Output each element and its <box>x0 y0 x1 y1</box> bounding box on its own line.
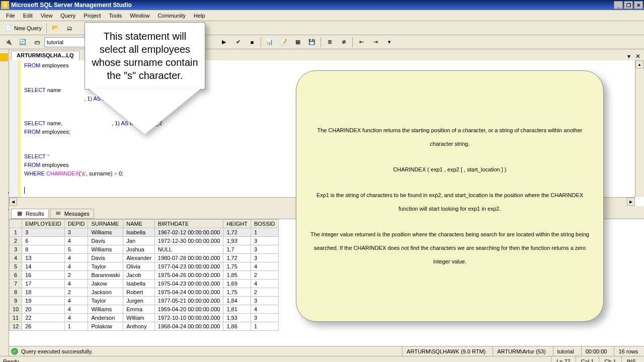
cell[interactable]: William <box>123 314 155 322</box>
messages-tab[interactable]: ✉Messages <box>50 209 94 219</box>
cell[interactable]: Polakow <box>88 322 123 331</box>
new-project-button[interactable]: 🗂 <box>63 23 76 34</box>
table-row[interactable]: 11224AndersonWilliam1972-10-10 00:00:00.… <box>10 314 279 322</box>
decrease-indent-button[interactable]: ⇤ <box>355 37 368 48</box>
close-button[interactable]: ✕ <box>634 1 643 9</box>
cancel-query-button[interactable]: ■ <box>246 37 259 48</box>
display-plan-button[interactable]: 📊 <box>263 37 276 48</box>
cell[interactable]: 18 <box>22 288 65 297</box>
cell[interactable]: NULL <box>154 245 223 254</box>
connect-button[interactable]: 🔌 <box>2 37 15 48</box>
cell[interactable]: Davis <box>88 237 123 245</box>
cell[interactable]: Davis <box>88 254 123 262</box>
tab-dropdown-button[interactable]: ▾ <box>625 52 633 60</box>
row-number[interactable]: 9 <box>10 297 22 305</box>
increase-indent-button[interactable]: ⇥ <box>369 37 382 48</box>
menu-project[interactable]: Project <box>79 11 105 20</box>
cell[interactable]: 13 <box>22 254 65 262</box>
cell[interactable]: Robert <box>123 288 155 297</box>
cell[interactable]: 26 <box>22 322 65 331</box>
cell[interactable]: Williams <box>88 305 123 314</box>
cell[interactable]: 1975-04-23 00:00:00.000 <box>154 280 223 288</box>
cell[interactable]: 2 <box>64 271 88 280</box>
cell[interactable]: 1,72 <box>223 228 251 237</box>
scroll-right-icon[interactable]: ▶ <box>627 198 635 206</box>
cell[interactable]: Taylor <box>88 262 123 271</box>
scroll-left-icon[interactable]: ◀ <box>9 198 17 206</box>
cell[interactable]: 3 <box>251 254 278 262</box>
table-row[interactable]: 264DavisJan1972-12-30 00:00:00.0001,933 <box>10 237 279 245</box>
parse-button[interactable]: ✔ <box>231 37 245 48</box>
cell[interactable]: 4 <box>64 254 88 262</box>
cell[interactable]: 1,7 <box>223 245 251 254</box>
query-tab[interactable]: ARTURM\SQLHA...LQ <box>11 51 79 61</box>
cell[interactable]: 4 <box>251 280 278 288</box>
cell[interactable]: 1,69 <box>223 280 251 288</box>
cell[interactable]: 1967-02-12 00:00:00.000 <box>154 228 223 237</box>
menu-view[interactable]: View <box>37 11 57 20</box>
cell[interactable]: 2 <box>64 288 88 297</box>
col-header[interactable]: HEIGHT <box>223 220 251 228</box>
row-number[interactable]: 4 <box>10 254 22 262</box>
tab-close-button[interactable]: ✕ <box>634 52 642 60</box>
cell[interactable]: 1,75 <box>223 288 251 297</box>
table-row[interactable]: 133WilliamsIsabella1967-02-12 00:00:00.0… <box>10 228 279 237</box>
cell[interactable]: 3 <box>64 228 88 237</box>
cell[interactable]: 4 <box>64 314 88 322</box>
cell[interactable]: 1,81 <box>223 305 251 314</box>
cell[interactable]: 4 <box>64 280 88 288</box>
menu-query[interactable]: Query <box>56 11 79 20</box>
menu-edit[interactable]: Edit <box>19 11 37 20</box>
scroll-up-icon[interactable]: ▲ <box>635 60 643 68</box>
cell[interactable]: 1972-10-10 00:00:00.000 <box>154 314 223 322</box>
cell[interactable]: 1,84 <box>223 297 251 305</box>
maximize-button[interactable]: ❐ <box>624 1 633 9</box>
cell[interactable]: Isabella <box>123 228 155 237</box>
cell[interactable]: 1,72 <box>223 254 251 262</box>
cell[interactable]: Isabella <box>123 280 155 288</box>
cell[interactable]: 4 <box>64 297 88 305</box>
col-header[interactable]: BOSSID <box>251 220 278 228</box>
col-header[interactable]: NAME <box>123 220 155 228</box>
cell[interactable]: 17 <box>22 280 65 288</box>
cell[interactable]: Williams <box>88 245 123 254</box>
editor-vscroll[interactable]: ▲ <box>635 60 644 197</box>
table-row[interactable]: 8182JacksonRobert1975-04-24 00:00:00.000… <box>10 288 279 297</box>
row-number[interactable]: 11 <box>10 314 22 322</box>
table-row[interactable]: 7174JakowIsabella1975-04-23 00:00:00.000… <box>10 280 279 288</box>
cell[interactable]: 1 <box>251 228 278 237</box>
cell[interactable]: 1959-04-20 00:00:00.000 <box>154 305 223 314</box>
cell[interactable]: Williams <box>88 228 123 237</box>
cell[interactable]: 1 <box>251 322 278 331</box>
cell[interactable]: 3 <box>251 297 278 305</box>
table-row[interactable]: 4134DavisAlexander1980-07-28 00:00:00.00… <box>10 254 279 262</box>
row-number[interactable]: 6 <box>10 271 22 280</box>
results-text-button[interactable]: 📝 <box>277 37 290 48</box>
row-number[interactable]: 2 <box>10 237 22 245</box>
col-header[interactable]: BIRTHDATE <box>154 220 223 228</box>
uncomment-button[interactable]: ≢ <box>337 37 350 48</box>
table-row[interactable]: 5144TaylorOlivia1977-04-23 00:00:00.0001… <box>10 262 279 271</box>
menu-window[interactable]: Window <box>126 11 153 20</box>
row-number[interactable]: 1 <box>10 228 22 237</box>
row-number[interactable]: 8 <box>10 288 22 297</box>
menu-tools[interactable]: Tools <box>105 11 126 20</box>
execute-button[interactable]: ▶ <box>217 37 230 48</box>
cell[interactable]: 5 <box>64 245 88 254</box>
cell[interactable]: 16 <box>22 271 65 280</box>
cell[interactable]: Jurgen <box>123 297 155 305</box>
col-header[interactable]: DEPID <box>64 220 88 228</box>
cell[interactable]: Taylor <box>88 297 123 305</box>
object-explorer-tab[interactable]: Object Explorer <box>0 49 9 356</box>
cell[interactable]: Anthony <box>123 322 155 331</box>
cell[interactable]: 1,75 <box>223 262 251 271</box>
cell[interactable]: 19 <box>22 297 65 305</box>
table-row[interactable]: 10204WilliamsEmma1959-04-20 00:00:00.000… <box>10 305 279 314</box>
change-connection-button[interactable]: 🔄 <box>16 37 29 48</box>
cell[interactable]: Baranowski <box>88 271 123 280</box>
minimize-button[interactable]: _ <box>614 1 623 9</box>
row-number[interactable]: 10 <box>10 305 22 314</box>
results-tab[interactable]: ▦Results <box>11 209 49 219</box>
cell[interactable]: 1977-05-21 00:00:00.000 <box>154 297 223 305</box>
cell[interactable]: 4 <box>64 237 88 245</box>
